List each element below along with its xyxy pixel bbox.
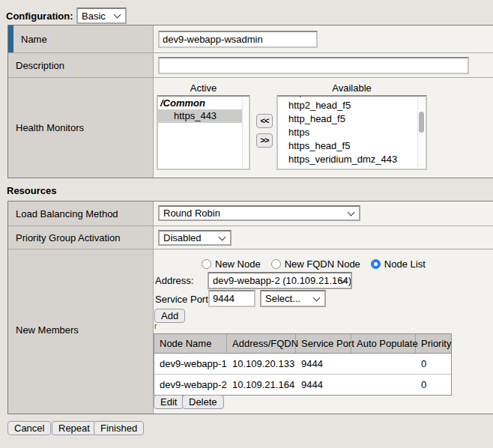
cell-service-port: 9444 <box>296 354 351 374</box>
chevron-down-icon <box>348 208 355 216</box>
health-monitors-row: Health Monitors Active Available /Common… <box>8 78 493 178</box>
member-type-radio-group: New Node New FQDN Node Node List <box>202 258 426 270</box>
description-row-label-cell: Description <box>8 53 154 77</box>
members-table-header-row: Node Name Address/FQDN Service Port Auto… <box>154 334 451 354</box>
cell-priority: 0 <box>416 375 451 395</box>
priority-group-label: Priority Group Activation <box>16 232 120 243</box>
move-to-available-button[interactable]: >> <box>256 133 273 148</box>
load-balancing-label: Load Balancing Method <box>16 208 118 220</box>
repeat-button[interactable]: Repeat <box>52 421 97 435</box>
available-monitors-listbox[interactable]: http http2_head_f5 http_head_f5 https ht… <box>276 95 427 170</box>
address-select-value: dev9-webapp-2 (10.109.21.164) <box>213 275 351 286</box>
configuration-table: Name Description Health Monitors Active … <box>7 25 493 178</box>
new-fqdn-node-radio[interactable] <box>271 259 281 269</box>
active-monitors-listbox[interactable]: /Common https_443 <box>157 95 250 170</box>
configuration-select[interactable]: Basic <box>76 7 127 24</box>
service-port-label: Service Port: <box>155 294 211 305</box>
service-port-select-value: Select... <box>265 293 300 304</box>
load-balancing-select-value: Round Robin <box>163 208 220 219</box>
cell-auto-populate <box>351 354 416 374</box>
description-row-value-cell <box>154 53 493 77</box>
description-label: Description <box>16 60 64 71</box>
chevron-down-icon <box>219 233 226 240</box>
name-row-value-cell <box>154 25 493 52</box>
add-member-button[interactable]: Add <box>154 309 185 323</box>
new-members-row: New Members New Node New FQDN Node Node … <box>8 249 493 414</box>
service-port-input[interactable] <box>208 290 255 307</box>
header-auto-populate: Auto Populate <box>351 334 416 353</box>
header-service-port: Service Port <box>296 334 351 353</box>
members-table: Node Name Address/FQDN Service Port Auto… <box>154 333 452 396</box>
new-fqdn-node-radio-label: New FQDN Node <box>285 258 360 270</box>
priority-group-select-value: Disabled <box>163 232 202 243</box>
cancel-button[interactable]: Cancel <box>7 421 51 435</box>
move-to-active-button[interactable]: << <box>256 114 273 128</box>
header-node-name: Node Name <box>154 334 227 353</box>
priority-group-row: Priority Group Activation Disabled <box>8 226 493 249</box>
description-input[interactable] <box>158 57 469 74</box>
new-node-radio[interactable] <box>202 259 211 269</box>
stray-text: r <box>154 322 157 330</box>
description-row: Description <box>8 53 493 78</box>
chevron-down-icon <box>114 11 121 19</box>
resources-section-title: Resources <box>7 185 56 196</box>
name-input[interactable] <box>158 31 318 48</box>
cell-priority: 0 <box>416 354 451 374</box>
node-list-radio-label: Node List <box>384 258 426 270</box>
cell-address: 10.109.20.133 <box>227 354 296 374</box>
cell-address: 10.109.21.164 <box>227 375 296 395</box>
edit-member-button[interactable]: Edit <box>154 395 184 409</box>
service-port-select[interactable]: Select... <box>260 290 326 307</box>
cell-service-port: 9444 <box>296 375 351 395</box>
chevron-down-icon <box>313 294 321 301</box>
load-balancing-label-cell: Load Balancing Method <box>8 202 154 225</box>
active-partition-label: /Common <box>158 97 249 109</box>
name-row: Name <box>8 25 493 53</box>
available-listbox-scrollbar[interactable] <box>417 97 425 168</box>
available-monitor-item[interactable]: https_veridium_dmz_443 <box>278 153 426 166</box>
available-monitor-item[interactable]: http_head_f5 <box>278 112 426 126</box>
active-listbox-scrollbar[interactable] <box>242 97 248 168</box>
scrollbar-thumb[interactable] <box>419 112 424 133</box>
node-list-radio[interactable] <box>371 259 381 269</box>
available-list-title: Available <box>276 82 427 94</box>
priority-group-select[interactable]: Disabled <box>158 230 232 246</box>
header-priority: Priority <box>416 334 451 353</box>
required-accent-bar <box>8 25 13 52</box>
available-monitor-item[interactable]: http2_head_f5 <box>278 99 426 112</box>
member-row[interactable]: dev9-webapp-1 10.109.20.133 9444 0 <box>154 354 451 375</box>
new-members-label: New Members <box>16 324 79 336</box>
delete-member-button[interactable]: Delete <box>182 395 224 409</box>
cell-auto-populate <box>351 375 416 395</box>
load-balancing-value-cell: Round Robin <box>154 202 493 225</box>
health-monitors-label: Health Monitors <box>16 122 84 133</box>
new-members-value-cell: New Node New FQDN Node Node List Address… <box>154 249 493 414</box>
active-list-title: Active <box>157 82 250 94</box>
address-label: Address: <box>155 275 193 286</box>
priority-group-value-cell: Disabled <box>154 226 493 249</box>
header-address-fqdn: Address/FQDN <box>227 334 296 353</box>
available-monitor-item[interactable]: https <box>278 126 426 139</box>
load-balancing-select[interactable]: Round Robin <box>158 205 360 221</box>
name-row-label-cell: Name <box>8 25 154 52</box>
address-select[interactable]: dev9-webapp-2 (10.109.21.164) <box>208 272 352 289</box>
health-monitors-row-label-cell: Health Monitors <box>8 78 154 178</box>
load-balancing-row: Load Balancing Method Round Robin <box>8 202 493 226</box>
cell-node-name: dev9-webapp-1 <box>154 354 227 374</box>
health-monitors-row-value-cell: Active Available /Common https_443 << >>… <box>154 78 493 178</box>
new-members-label-cell: New Members <box>8 249 154 414</box>
available-monitor-item[interactable]: https_head_f5 <box>278 139 426 153</box>
configuration-select-value: Basic <box>82 10 106 22</box>
configuration-label: Configuration: <box>6 10 73 22</box>
active-monitor-item[interactable]: https_443 <box>158 109 243 123</box>
new-node-radio-label: New Node <box>215 258 261 270</box>
priority-group-label-cell: Priority Group Activation <box>8 226 154 249</box>
member-row[interactable]: dev9-webapp-2 10.109.21.164 9444 0 <box>154 375 451 395</box>
finished-button[interactable]: Finished <box>94 421 144 435</box>
resources-table: Load Balancing Method Round Robin Priori… <box>7 201 493 414</box>
cell-node-name: dev9-webapp-2 <box>154 375 227 395</box>
name-label: Name <box>21 34 47 45</box>
